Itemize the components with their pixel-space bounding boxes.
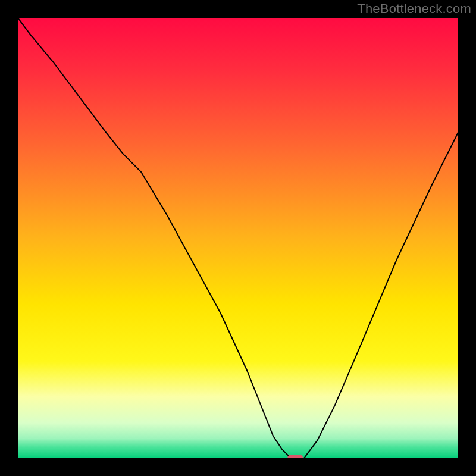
plot-svg: [18, 18, 458, 458]
gradient-background: [18, 18, 458, 458]
watermark-label: TheBottleneck.com: [357, 1, 471, 17]
chart-container: TheBottleneck.com: [0, 0, 476, 476]
optimal-marker: [287, 455, 303, 459]
plot-area: [18, 18, 458, 458]
